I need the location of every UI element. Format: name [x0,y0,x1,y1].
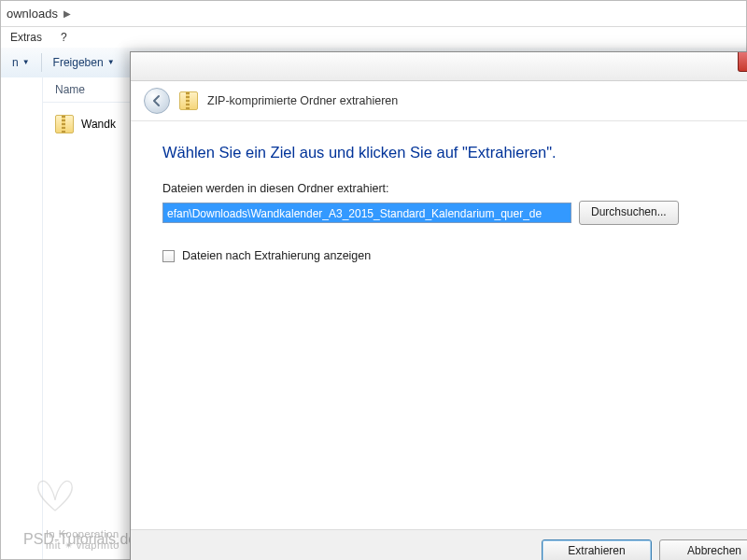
extract-button[interactable]: Extrahieren [542,539,652,560]
show-files-label: Dateien nach Extrahierung anzeigen [182,249,371,262]
show-files-checkbox-row[interactable]: Dateien nach Extrahierung anzeigen [162,249,747,262]
menu-extras[interactable]: Extras [1,27,51,48]
butterfly-logo-icon [29,475,81,520]
address-bar[interactable]: ownloads ▶ [1,1,746,27]
back-arrow-icon [150,94,163,107]
zip-folder-icon [55,115,74,133]
browse-button[interactable]: Durchsuchen... [579,201,679,225]
cancel-button[interactable]: Abbrechen [659,539,747,560]
back-button[interactable] [144,88,170,114]
extract-dialog: ✕ ZIP-komprimierte Ordner extrahieren Wä… [130,51,747,560]
zip-folder-icon [179,91,198,110]
dialog-titlebar[interactable]: ✕ [131,52,747,81]
dialog-title: ZIP-komprimierte Ordner extrahieren [207,94,398,107]
toolbar-share[interactable]: Freigeben ▼ [42,48,126,77]
chevron-down-icon: ▼ [107,48,115,77]
close-button[interactable]: ✕ [738,52,747,72]
toolbar-share-label: Freigeben [53,48,104,77]
dialog-header: ZIP-komprimierte Ordner extrahieren [131,81,747,121]
file-name: Wandk [81,118,116,131]
breadcrumb-segment[interactable]: ownloads [7,7,58,21]
watermark: PSD-Tutorials.de In Kooperation mit ✴ vi… [23,531,136,548]
destination-input[interactable]: efan\Downloads\Wandkalender_A3_2015_Stan… [162,203,571,223]
toolbar-organize-label: n [12,48,19,77]
breadcrumb-arrow-icon: ▶ [63,8,71,19]
menu-bar: Extras ? [1,27,746,49]
dialog-heading: Wählen Sie ein Ziel aus und klicken Sie … [162,144,747,161]
toolbar-organize[interactable]: n ▼ [1,48,41,77]
dialog-body: Wählen Sie ein Ziel aus und klicken Sie … [131,119,747,530]
destination-label: Dateien werden in diesen Ordner extrahie… [162,182,747,195]
dialog-footer: Extrahieren Abbrechen [131,529,747,560]
chevron-down-icon: ▼ [22,48,30,77]
menu-help[interactable]: ? [51,27,77,48]
checkbox-unchecked-icon[interactable] [162,250,175,262]
